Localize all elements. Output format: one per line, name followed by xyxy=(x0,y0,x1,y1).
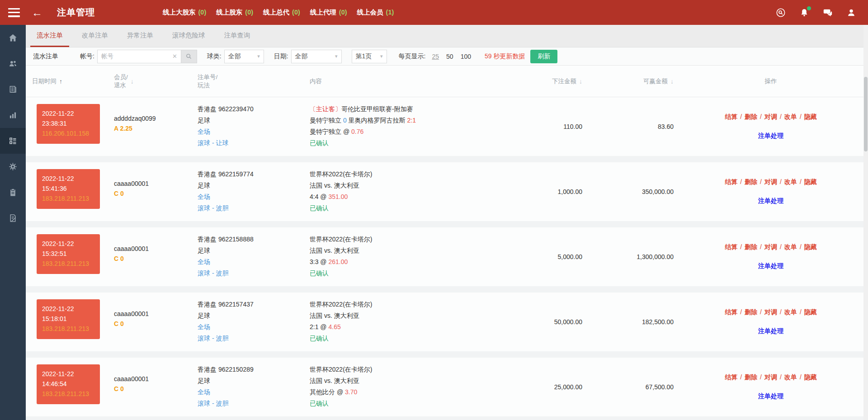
tab-modified-orders[interactable]: 改单注单 xyxy=(75,25,114,47)
header-bet-amount[interactable]: 下注金额↓ xyxy=(510,66,582,97)
modify-link[interactable]: 改单 xyxy=(784,113,797,120)
scope-link[interactable]: 全场 xyxy=(198,256,310,268)
tab-abnormal-orders[interactable]: 异常注单 xyxy=(121,25,160,47)
sidebar-item-reports[interactable] xyxy=(0,76,26,102)
pagesize-100[interactable]: 100 xyxy=(461,53,471,60)
play-type-link[interactable]: 滚球 - 波胆 xyxy=(198,268,310,279)
refresh-countdown: 59 秒更新数据 xyxy=(485,52,525,61)
hide-link[interactable]: 隐藏 xyxy=(804,243,817,250)
sidebar-item-settings[interactable] xyxy=(0,154,26,179)
order-process-link[interactable]: 注单处理 xyxy=(758,392,783,401)
scope-link[interactable]: 全场 xyxy=(198,191,310,203)
pagesize-25[interactable]: 25 xyxy=(432,53,439,60)
delete-link[interactable]: 删除 xyxy=(745,243,757,250)
bet-pick: 4:4 @ xyxy=(310,193,328,200)
sidebar-item-tasks[interactable] xyxy=(0,179,26,205)
settle-link[interactable]: 结算 xyxy=(725,308,737,316)
order-process-link[interactable]: 注单处理 xyxy=(758,327,783,335)
tab-order-query[interactable]: 注单查询 xyxy=(218,25,257,47)
status-confirmed: 已确认 xyxy=(310,333,510,344)
delete-link[interactable]: 删除 xyxy=(745,113,757,120)
header-datetime[interactable]: 日期时间↑ xyxy=(26,66,114,97)
swap-link[interactable]: 对调 xyxy=(764,308,777,316)
topnav-online-major-shareholder[interactable]: 线上大股东 (0) xyxy=(163,8,206,17)
search-circle-icon[interactable] xyxy=(776,8,786,18)
user-profile-icon[interactable] xyxy=(846,8,856,18)
header-actions: 操作 xyxy=(674,66,868,97)
settle-link[interactable]: 结算 xyxy=(725,113,737,120)
topnav-online-member[interactable]: 线上会员 (1) xyxy=(357,8,394,17)
play-type-link[interactable]: 滚球 - 波胆 xyxy=(198,398,310,409)
sidebar-item-logs[interactable] xyxy=(0,205,26,231)
sidebar-item-home[interactable] xyxy=(0,25,26,51)
row-divider xyxy=(26,351,868,358)
play-type-link[interactable]: 滚球 - 波胆 xyxy=(198,333,310,344)
sidebar-item-members[interactable] xyxy=(0,51,26,76)
rebate-value: C 0 xyxy=(114,189,198,198)
swap-link[interactable]: 对调 xyxy=(764,373,777,381)
date-select[interactable]: 全部▾ xyxy=(291,50,342,63)
play-type-link[interactable]: 滚球 - 让球 xyxy=(198,137,310,149)
account-input[interactable] xyxy=(97,50,169,63)
play-type-link[interactable]: 滚球 - 波胆 xyxy=(198,203,310,214)
table-row: 2022-11-22 15:18:01 183.218.211.213 caaa… xyxy=(26,293,868,351)
delete-link[interactable]: 删除 xyxy=(745,308,757,316)
order-process-link[interactable]: 注单处理 xyxy=(758,262,783,270)
hide-link[interactable]: 隐藏 xyxy=(804,373,817,381)
pagesize-50[interactable]: 50 xyxy=(446,53,453,60)
hamburger-menu-icon[interactable] xyxy=(8,8,20,17)
order-process-link[interactable]: 注单处理 xyxy=(758,132,783,140)
settle-link[interactable]: 结算 xyxy=(725,178,737,185)
delete-link[interactable]: 删除 xyxy=(745,178,757,185)
vertical-scrollbar[interactable] xyxy=(863,25,868,420)
sidebar-item-statistics[interactable] xyxy=(0,102,26,128)
chevron-down-icon: ▾ xyxy=(335,53,338,59)
sport-select[interactable]: 全部▾ xyxy=(224,50,264,63)
market-order-no: 香港盘 9622150289 xyxy=(198,364,310,375)
win-amount: 83.60 xyxy=(582,97,674,156)
row-divider xyxy=(26,221,868,227)
modify-link[interactable]: 改单 xyxy=(784,373,797,381)
status-confirmed: 已确认 xyxy=(310,268,510,279)
swap-link[interactable]: 对调 xyxy=(764,113,777,120)
messages-icon[interactable] xyxy=(823,8,833,18)
hide-link[interactable]: 隐藏 xyxy=(804,178,817,185)
hide-link[interactable]: 隐藏 xyxy=(804,113,817,120)
bet-time: 14:46:54 xyxy=(42,379,94,389)
refresh-button[interactable]: 刷新 xyxy=(530,50,557,63)
account-search-button[interactable] xyxy=(181,50,197,63)
scope-link[interactable]: 全场 xyxy=(198,126,310,137)
scope-link[interactable]: 全场 xyxy=(198,387,310,398)
modify-link[interactable]: 改单 xyxy=(784,243,797,250)
page-select[interactable]: 第1页▾ xyxy=(352,50,387,63)
sidebar-item-orders[interactable] xyxy=(0,128,26,154)
hide-link[interactable]: 隐藏 xyxy=(804,308,817,316)
swap-link[interactable]: 对调 xyxy=(764,243,777,250)
order-process-link[interactable]: 注单处理 xyxy=(758,197,783,205)
delete-link[interactable]: 删除 xyxy=(745,373,757,381)
header-win-amount[interactable]: 可赢金额↓ xyxy=(582,66,674,97)
tab-inplay-danger[interactable]: 滚球危险球 xyxy=(166,25,212,47)
topnav-online-agent[interactable]: 线上代理 (0) xyxy=(310,8,347,17)
odds-value: 3.70 xyxy=(345,388,357,396)
settle-link[interactable]: 结算 xyxy=(725,243,737,250)
settle-link[interactable]: 结算 xyxy=(725,373,737,381)
clear-input-icon[interactable]: ✕ xyxy=(169,50,181,63)
league-name: 世界杯2022(在卡塔尔) xyxy=(310,366,372,373)
header-member-rebate[interactable]: 会员/ 退水↓ xyxy=(114,66,198,97)
back-arrow-icon[interactable]: ← xyxy=(32,7,42,18)
topnav-online-shareholder[interactable]: 线上股东 (0) xyxy=(216,8,253,17)
odds-value: 0.76 xyxy=(351,128,363,135)
sport-type: 足球 xyxy=(198,245,310,256)
scrollbar-thumb[interactable] xyxy=(864,77,868,151)
topnav-online-general-agent[interactable]: 线上总代 (0) xyxy=(263,8,300,17)
win-amount: 1,300,000.00 xyxy=(582,227,674,286)
modify-link[interactable]: 改单 xyxy=(784,178,797,185)
notifications-bell-icon[interactable] xyxy=(799,8,809,18)
swap-link[interactable]: 对调 xyxy=(764,178,777,185)
tab-flow-orders[interactable]: 流水注单 xyxy=(30,25,69,47)
scope-link[interactable]: 全场 xyxy=(198,321,310,333)
win-amount: 182,500.00 xyxy=(582,293,674,351)
modify-link[interactable]: 改单 xyxy=(784,308,797,316)
account-label: 帐号: xyxy=(80,52,94,61)
